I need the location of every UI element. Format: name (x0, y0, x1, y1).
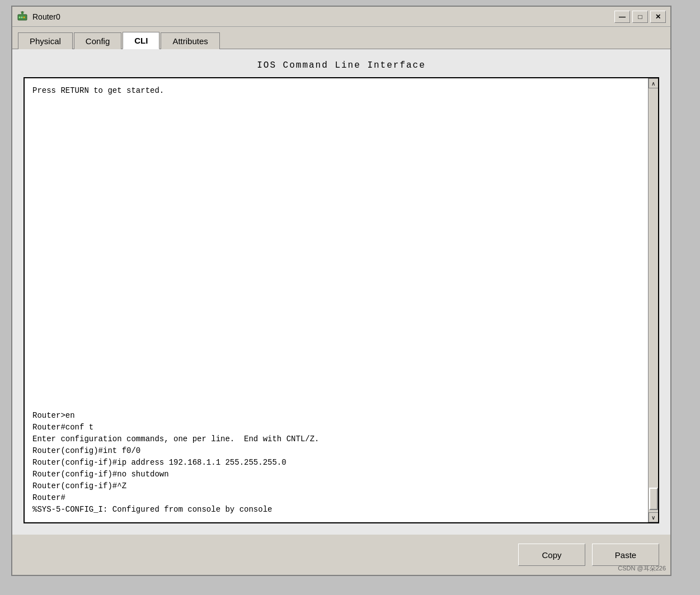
svg-point-2 (21, 16, 23, 18)
title-bar: Router0 — □ ✕ (12, 7, 670, 27)
maximize-button[interactable]: □ (632, 11, 648, 23)
svg-marker-5 (20, 11, 25, 12)
svg-point-1 (19, 16, 21, 18)
minimize-button[interactable]: — (614, 11, 630, 23)
scroll-up-button[interactable]: ∧ (649, 78, 659, 88)
tab-config[interactable]: Config (74, 32, 121, 49)
scroll-track (649, 88, 659, 512)
svg-rect-4 (21, 12, 24, 15)
terminal-bottom-text: Router>en Router#conf t Enter configurat… (32, 410, 640, 516)
bottom-bar: Copy Paste (12, 535, 670, 575)
title-bar-buttons: — □ ✕ (614, 11, 666, 23)
tab-attributes[interactable]: Attributes (161, 32, 219, 49)
terminal-output[interactable]: Press RETURN to get started. Router>en R… (25, 78, 648, 522)
svg-point-3 (24, 16, 25, 18)
cli-section-title: IOS Command Line Interface (24, 60, 659, 70)
router-window: Router0 — □ ✕ Physical Config CLI Attrib… (11, 6, 671, 576)
paste-button[interactable]: Paste (592, 544, 659, 566)
scrollbar: ∧ ∨ (648, 78, 658, 522)
terminal-container: Press RETURN to get started. Router>en R… (24, 77, 659, 523)
router-icon (17, 11, 28, 22)
title-bar-left: Router0 (17, 11, 60, 22)
watermark: CSDN @耳朵226 (618, 564, 666, 573)
close-button[interactable]: ✕ (650, 11, 666, 23)
terminal-top-text: Press RETURN to get started. (32, 85, 640, 97)
scroll-thumb[interactable] (649, 488, 658, 510)
copy-button[interactable]: Copy (518, 544, 585, 566)
tab-bar: Physical Config CLI Attributes (12, 27, 670, 49)
window-title: Router0 (32, 12, 60, 21)
tab-cli[interactable]: CLI (123, 32, 159, 49)
content-area: IOS Command Line Interface Press RETURN … (12, 49, 670, 535)
tab-physical[interactable]: Physical (18, 32, 73, 49)
scroll-down-button[interactable]: ∨ (649, 512, 659, 522)
